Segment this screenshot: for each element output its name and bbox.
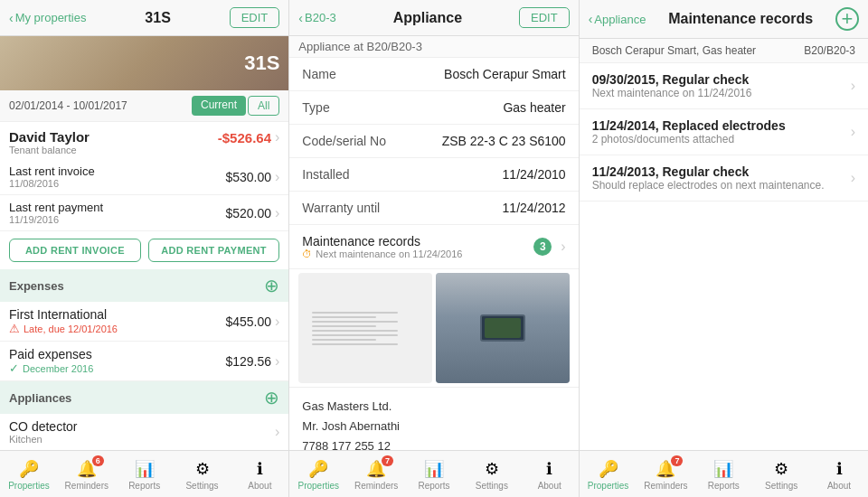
- detail-installed-value: 11/24/2010: [503, 167, 566, 182]
- doc-line-8: [312, 343, 398, 345]
- chevron-appliance1: ›: [275, 424, 279, 440]
- doc-line-2: [312, 316, 376, 318]
- expense2-sub: ✓ December 2016: [9, 361, 93, 375]
- tab-reports-panel3[interactable]: 📊 Reports: [694, 459, 752, 491]
- doc-line-1: [312, 312, 398, 314]
- appliance-row-1[interactable]: CO detector Kitchen ›: [0, 414, 288, 450]
- tab-reports-panel2[interactable]: 📊 Reports: [405, 459, 463, 491]
- maint-record-3[interactable]: 11/24/2013, Regular check Should replace…: [580, 155, 868, 202]
- add-appliance-button[interactable]: ⊕: [264, 387, 279, 408]
- maintenance-records-row[interactable]: Maintenance records ⏱ Next maintenance o…: [289, 225, 578, 269]
- tab-bar-panel3: 🔑 Properties 🔔7 Reminders 📊 Reports ⚙ Se…: [580, 450, 868, 497]
- chevron-payment: ›: [275, 205, 279, 221]
- last-payment-label: Last rent payment: [9, 201, 103, 214]
- panel2-header: ‹ B20-3 Appliance EDIT: [289, 0, 578, 36]
- last-invoice-row: Last rent invoice 11/08/2016 $530.00 ›: [0, 159, 288, 195]
- appliance1-sub: Kitchen: [9, 434, 77, 445]
- photo-document[interactable]: [298, 273, 432, 383]
- chevron-back-panel3: ‹: [589, 12, 593, 26]
- tenant-row[interactable]: David Taylor Tenant balance -$526.64 ›: [0, 122, 288, 159]
- tab-reminders-panel3[interactable]: 🔔7 Reminders: [637, 459, 695, 491]
- add-rent-invoice-button[interactable]: ADD RENT INVOICE: [9, 239, 141, 262]
- date-range-row: 02/01/2014 - 10/01/2017 Current All: [0, 90, 288, 122]
- tab-reminders-panel2[interactable]: 🔔7 Reminders: [347, 459, 405, 491]
- maint-label: Maintenance records: [302, 234, 462, 248]
- about-icon-p3: ℹ: [836, 459, 843, 479]
- badge-current[interactable]: Current: [192, 96, 246, 116]
- about-icon: ℹ: [257, 459, 263, 479]
- chevron-maint-2: ›: [851, 124, 855, 140]
- document-lines: [312, 309, 419, 348]
- reminders-icon-p2: 🔔7: [366, 459, 386, 479]
- about-icon-p2: ℹ: [546, 459, 552, 479]
- panel3-appliance-info: Bosch Cerapur Smart, Gas heater: [592, 44, 756, 57]
- tab-reports-panel1[interactable]: 📊 Reports: [116, 459, 174, 491]
- property-image: 31S: [0, 36, 288, 90]
- expenses-section-header: Expenses ⊕: [0, 269, 288, 302]
- last-payment-amount: $520.00: [225, 206, 271, 220]
- edit-button-panel2[interactable]: EDIT: [519, 7, 570, 28]
- tab-properties-panel1[interactable]: 🔑 Properties: [0, 459, 58, 491]
- tab-reminders-label-p3: Reminders: [644, 481, 687, 491]
- tab-about-panel2[interactable]: ℹ About: [521, 459, 579, 491]
- last-invoice-date: 11/08/2016: [9, 178, 95, 189]
- add-maintenance-button[interactable]: +: [835, 7, 859, 31]
- maint-record-2-date: 11/24/2014, Replaced electrodes: [592, 118, 786, 133]
- detail-warranty-value: 11/24/2012: [503, 201, 566, 215]
- appliances-section-title: Appliances: [9, 391, 71, 405]
- badge-all[interactable]: All: [248, 96, 279, 116]
- settings-icon-p2: ⚙: [485, 459, 499, 479]
- add-rent-payment-button[interactable]: ADD RENT PAYMENT: [148, 239, 280, 262]
- maint-record-2[interactable]: 11/24/2014, Replaced electrodes 2 photos…: [580, 109, 868, 155]
- last-invoice-label: Last rent invoice: [9, 164, 95, 178]
- maint-record-3-info: 11/24/2013, Regular check Should replace…: [592, 164, 825, 192]
- tab-settings-panel3[interactable]: ⚙ Settings: [752, 459, 810, 491]
- tab-settings-label-p3: Settings: [765, 481, 797, 491]
- chevron-tenant: ›: [275, 129, 279, 145]
- settings-icon: ⚙: [195, 459, 210, 479]
- reminders-badge-panel2: 7: [382, 455, 393, 466]
- maint-record-2-sub: 2 photos/documents attached: [592, 133, 786, 145]
- reports-icon: 📊: [135, 459, 155, 479]
- tenant-balance: -$526.64: [218, 130, 271, 145]
- maintenance-info: Maintenance records ⏱ Next maintenance o…: [302, 234, 462, 259]
- expenses-section-title: Expenses: [9, 279, 64, 293]
- panel2-title: Appliance: [336, 10, 519, 26]
- heater-image: [436, 273, 570, 383]
- panel3-content: Bosch Cerapur Smart, Gas heater B20/B20-…: [580, 39, 868, 450]
- back-link-panel2[interactable]: ‹ B20-3: [298, 11, 335, 25]
- tab-properties-panel3[interactable]: 🔑 Properties: [580, 459, 637, 491]
- tab-properties-label: Properties: [8, 481, 50, 491]
- back-link-panel3[interactable]: ‹ Appliance: [589, 12, 646, 26]
- reminders-badge-panel3: 7: [671, 455, 683, 466]
- add-expense-button[interactable]: ⊕: [264, 275, 279, 296]
- maint-record-1[interactable]: 09/30/2015, Regular check Next maintenan…: [580, 63, 868, 109]
- back-link-panel1[interactable]: ‹ My properties: [9, 11, 86, 25]
- panel1-content: 31S 02/01/2014 - 10/01/2017 Current All …: [0, 36, 288, 450]
- detail-type-row: Type Gas heater: [289, 91, 578, 125]
- clock-icon: ⏱: [302, 248, 312, 259]
- expense-row-1[interactable]: First International ⚠ Late, due 12/01/20…: [0, 302, 288, 342]
- doc-line-4: [312, 325, 376, 327]
- reports-icon-p2: 📊: [424, 459, 444, 479]
- tab-reminders-panel1[interactable]: 🔔6 Reminders: [58, 459, 116, 491]
- tab-about-panel3[interactable]: ℹ About: [810, 459, 868, 491]
- tab-settings-panel2[interactable]: ⚙ Settings: [463, 459, 521, 491]
- panel3-title: Maintenance records: [646, 11, 835, 27]
- tab-settings-panel1[interactable]: ⚙ Settings: [174, 459, 231, 491]
- tab-about-label: About: [248, 481, 271, 491]
- properties-icon-p3: 🔑: [599, 459, 618, 479]
- detail-name-value: Bosch Cerapur Smart: [444, 67, 566, 81]
- tab-reports-label-p3: Reports: [708, 481, 740, 491]
- expense-row-2[interactable]: Paid expenses ✓ December 2016 $129.56 ›: [0, 342, 288, 381]
- tab-about-panel1[interactable]: ℹ About: [231, 459, 288, 491]
- tenant-label: Tenant balance: [9, 145, 90, 155]
- expense2-info: Paid expenses ✓ December 2016: [9, 347, 93, 375]
- last-payment-date: 11/19/2016: [9, 214, 103, 225]
- heater-screen-inner: [485, 318, 521, 338]
- photo-heater[interactable]: [436, 273, 570, 383]
- warning-icon-expense1: ⚠: [9, 322, 20, 335]
- edit-button-panel1[interactable]: EDIT: [230, 7, 280, 28]
- maint-count-badge: 3: [533, 238, 552, 256]
- tab-properties-panel2[interactable]: 🔑 Properties: [289, 459, 347, 491]
